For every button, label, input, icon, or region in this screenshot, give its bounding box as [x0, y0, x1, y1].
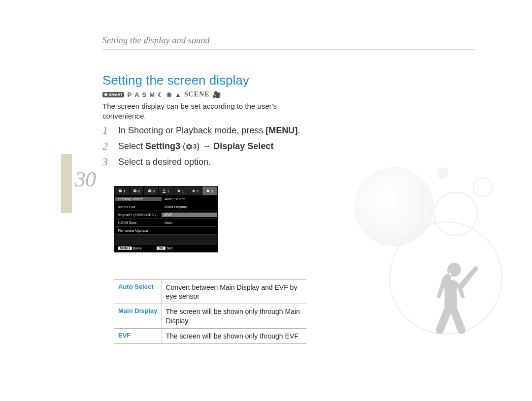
option-name: EVF [114, 328, 162, 343]
step-number: 2 [102, 140, 111, 153]
camera-menu-footer: MENU Back OK Set [115, 245, 217, 252]
header-divider [102, 49, 475, 50]
step-number: 1 [102, 124, 111, 137]
table-row: EVF The screen will be shown only throug… [114, 328, 306, 343]
mode-s: S [142, 91, 147, 98]
steps-list: 1 In Shooting or Playback mode, press [M… [102, 124, 309, 171]
svg-rect-7 [149, 189, 150, 190]
bg-circle [436, 167, 448, 179]
mountain-icon: ▲ [175, 91, 181, 98]
bg-circle [473, 177, 493, 197]
child-silhouette [416, 251, 485, 399]
option-desc: The screen will be shown only through Ma… [162, 304, 306, 328]
step-2: 2 Select Setting3 ( 3 ) → Display Select [102, 140, 309, 153]
svg-point-10 [192, 190, 195, 192]
bg-circle [355, 167, 433, 246]
flower-icon: ❀ [166, 91, 172, 98]
options-table: Auto Select Convert between Main Display… [114, 279, 306, 344]
background-art [335, 148, 512, 354]
svg-rect-1 [105, 93, 106, 94]
svg-point-8 [164, 189, 165, 191]
svg-rect-4 [133, 190, 136, 192]
svg-rect-5 [134, 189, 135, 190]
menu-tab-user-1: 1 [159, 186, 173, 195]
step-text: Select Setting3 ( 3 ) → Display Select [118, 140, 273, 152]
camera-menu-body: Display Select Auto Select Video Out Mai… [115, 195, 217, 245]
video-icon: 🎥 [213, 91, 221, 98]
step-text: In Shooting or Playback mode, press [MEN… [118, 124, 300, 136]
camera-menu-tabs: 1 2 3 1 1 2 3 [115, 186, 217, 195]
menu-row-firmware: Firmware Update [115, 227, 217, 235]
menu-back: MENU Back [118, 246, 142, 250]
menu-tab-gear-2: 2 [188, 186, 203, 195]
intro-text: The screen display can be set according … [102, 101, 299, 122]
menu-tab-camera-1: 1 [115, 186, 130, 195]
step-1: 1 In Shooting or Playback mode, press [M… [102, 124, 309, 137]
menu-ok: OK Set [157, 246, 173, 250]
smart-label: SMART [109, 93, 123, 97]
option-desc: Convert between Main Display and EVF by … [162, 280, 306, 304]
menu-row-anynet: Anynet+ (HDMI-CEC) EVF [115, 211, 217, 219]
menu-row-display-select: Display Select Auto Select [115, 195, 217, 203]
option-name: Main Display [114, 304, 162, 328]
bg-circle [389, 221, 502, 335]
gear-3-icon: 3 [186, 142, 197, 151]
mode-p: P [127, 91, 132, 98]
mode-m: M [149, 91, 155, 98]
svg-rect-0 [104, 93, 107, 95]
svg-point-9 [178, 190, 180, 192]
menu-tab-camera-3: 3 [144, 186, 159, 195]
menu-gap [115, 235, 217, 245]
page-number: 30 [75, 167, 96, 192]
breadcrumb: Setting the display and sound [102, 35, 210, 46]
svg-point-11 [207, 190, 209, 192]
scene-label: SCENE [184, 91, 210, 98]
table-row: Main Display The screen will be shown on… [114, 304, 306, 328]
svg-rect-2 [119, 190, 122, 192]
smart-mode-icon: SMART [102, 92, 124, 97]
mode-a: A [134, 91, 139, 98]
page-tab [61, 154, 72, 213]
table-row: Auto Select Convert between Main Display… [114, 280, 306, 304]
svg-rect-3 [120, 189, 121, 190]
menu-row-hdmi-size: HDMI Size Auto [115, 219, 217, 227]
section-title: Setting the screen display [102, 73, 249, 88]
menu-tab-gear-1: 1 [173, 186, 188, 195]
step-number: 3 [102, 155, 111, 168]
option-desc: The screen will be shown only through EV… [162, 328, 306, 343]
svg-rect-6 [148, 190, 151, 192]
mode-strip: SMART P A S M ☾ ❀ ▲ SCENE 🎥 [102, 91, 221, 98]
step-text: Select a desired option. [118, 155, 211, 168]
option-name: Auto Select [114, 280, 162, 304]
step-3: 3 Select a desired option. [102, 155, 309, 168]
menu-row-video-out: Video Out Main Display [115, 203, 217, 211]
bg-circle [433, 192, 478, 236]
moon-icon: ☾ [158, 91, 164, 98]
menu-tab-camera-2: 2 [130, 186, 144, 195]
menu-tab-gear-3: 3 [202, 186, 217, 195]
camera-menu-screenshot: 1 2 3 1 1 2 3 Display Select Auto Select… [114, 186, 218, 252]
